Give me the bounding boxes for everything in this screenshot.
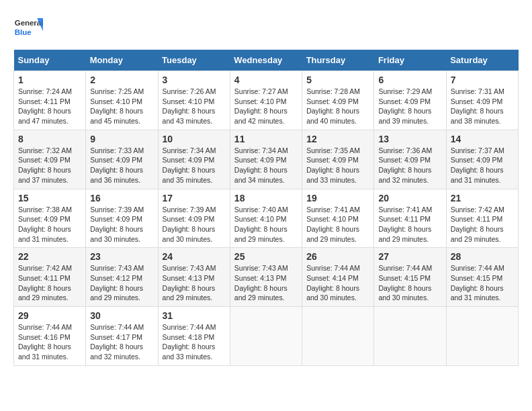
day-number: 27	[378, 251, 441, 262]
day-info: Sunrise: 7:43 AMSunset: 4:12 PMDaylight:…	[90, 263, 153, 303]
calendar-cell: 24Sunrise: 7:43 AMSunset: 4:13 PMDayligh…	[158, 248, 230, 307]
calendar-cell: 31Sunrise: 7:44 AMSunset: 4:18 PMDayligh…	[158, 307, 230, 366]
calendar-cell: 11Sunrise: 7:34 AMSunset: 4:09 PMDayligh…	[230, 130, 302, 189]
day-header-friday: Friday	[374, 50, 446, 71]
calendar-cell: 30Sunrise: 7:44 AMSunset: 4:17 PMDayligh…	[86, 307, 158, 366]
day-number: 16	[90, 193, 153, 203]
day-info: Sunrise: 7:29 AMSunset: 4:09 PMDaylight:…	[378, 87, 441, 126]
logo-graphic: General Blue	[13, 13, 43, 43]
calendar-cell: 26Sunrise: 7:44 AMSunset: 4:14 PMDayligh…	[302, 248, 374, 307]
day-info: Sunrise: 7:39 AMSunset: 4:09 PMDaylight:…	[90, 205, 153, 244]
day-number: 26	[306, 251, 369, 262]
day-info: Sunrise: 7:44 AMSunset: 4:15 PMDaylight:…	[378, 263, 441, 303]
calendar-cell: 16Sunrise: 7:39 AMSunset: 4:09 PMDayligh…	[86, 189, 158, 248]
day-number: 4	[234, 75, 298, 85]
calendar-cell: 19Sunrise: 7:41 AMSunset: 4:10 PMDayligh…	[302, 189, 374, 248]
calendar-week-3: 15Sunrise: 7:38 AMSunset: 4:09 PMDayligh…	[14, 189, 519, 248]
day-number: 30	[90, 310, 153, 321]
day-number: 19	[306, 193, 369, 203]
day-info: Sunrise: 7:35 AMSunset: 4:09 PMDaylight:…	[306, 146, 369, 185]
day-info: Sunrise: 7:34 AMSunset: 4:09 PMDaylight:…	[234, 146, 298, 185]
day-number: 29	[18, 310, 81, 321]
day-info: Sunrise: 7:44 AMSunset: 4:16 PMDaylight:…	[18, 322, 81, 362]
day-info: Sunrise: 7:44 AMSunset: 4:15 PMDaylight:…	[451, 263, 514, 303]
calendar-cell: 12Sunrise: 7:35 AMSunset: 4:09 PMDayligh…	[302, 130, 374, 189]
calendar-cell: 21Sunrise: 7:42 AMSunset: 4:11 PMDayligh…	[446, 189, 518, 248]
day-number: 18	[234, 193, 298, 203]
day-info: Sunrise: 7:27 AMSunset: 4:10 PMDaylight:…	[234, 87, 298, 126]
day-info: Sunrise: 7:43 AMSunset: 4:13 PMDaylight:…	[163, 263, 226, 303]
day-info: Sunrise: 7:44 AMSunset: 4:14 PMDaylight:…	[306, 263, 369, 303]
day-info: Sunrise: 7:44 AMSunset: 4:18 PMDaylight:…	[163, 322, 226, 362]
calendar-cell	[446, 307, 518, 366]
calendar-cell: 20Sunrise: 7:41 AMSunset: 4:11 PMDayligh…	[374, 189, 446, 248]
day-info: Sunrise: 7:38 AMSunset: 4:09 PMDaylight:…	[18, 205, 81, 244]
logo-svg: General Blue	[13, 13, 43, 43]
day-number: 1	[18, 75, 81, 85]
day-number: 10	[163, 134, 226, 144]
day-number: 25	[234, 251, 298, 262]
calendar-cell: 7Sunrise: 7:31 AMSunset: 4:09 PMDaylight…	[446, 71, 518, 130]
page-header: General Blue	[13, 13, 519, 43]
calendar-cell: 13Sunrise: 7:36 AMSunset: 4:09 PMDayligh…	[374, 130, 446, 189]
day-info: Sunrise: 7:42 AMSunset: 4:11 PMDaylight:…	[18, 263, 81, 303]
calendar-cell: 28Sunrise: 7:44 AMSunset: 4:15 PMDayligh…	[446, 248, 518, 307]
day-number: 17	[163, 193, 226, 203]
calendar-cell: 3Sunrise: 7:26 AMSunset: 4:10 PMDaylight…	[158, 71, 230, 130]
calendar-cell: 27Sunrise: 7:44 AMSunset: 4:15 PMDayligh…	[374, 248, 446, 307]
day-info: Sunrise: 7:42 AMSunset: 4:11 PMDaylight:…	[451, 205, 514, 244]
day-info: Sunrise: 7:24 AMSunset: 4:11 PMDaylight:…	[18, 87, 81, 126]
day-header-tuesday: Tuesday	[158, 50, 230, 71]
day-info: Sunrise: 7:26 AMSunset: 4:10 PMDaylight:…	[163, 87, 226, 126]
calendar-week-4: 22Sunrise: 7:42 AMSunset: 4:11 PMDayligh…	[14, 248, 519, 307]
day-number: 13	[378, 134, 441, 144]
day-number: 3	[163, 75, 226, 85]
day-number: 28	[451, 251, 514, 262]
day-info: Sunrise: 7:39 AMSunset: 4:09 PMDaylight:…	[163, 205, 226, 244]
calendar-cell: 9Sunrise: 7:33 AMSunset: 4:09 PMDaylight…	[86, 130, 158, 189]
day-info: Sunrise: 7:36 AMSunset: 4:09 PMDaylight:…	[378, 146, 441, 185]
day-number: 9	[90, 134, 153, 144]
calendar-week-2: 8Sunrise: 7:32 AMSunset: 4:09 PMDaylight…	[14, 130, 519, 189]
calendar-cell: 25Sunrise: 7:43 AMSunset: 4:13 PMDayligh…	[230, 248, 302, 307]
calendar-cell: 29Sunrise: 7:44 AMSunset: 4:16 PMDayligh…	[14, 307, 86, 366]
day-number: 24	[163, 251, 226, 262]
calendar-week-5: 29Sunrise: 7:44 AMSunset: 4:16 PMDayligh…	[14, 307, 519, 366]
day-info: Sunrise: 7:41 AMSunset: 4:10 PMDaylight:…	[306, 205, 369, 244]
calendar-cell: 22Sunrise: 7:42 AMSunset: 4:11 PMDayligh…	[14, 248, 86, 307]
day-info: Sunrise: 7:31 AMSunset: 4:09 PMDaylight:…	[451, 87, 514, 126]
calendar-cell: 4Sunrise: 7:27 AMSunset: 4:10 PMDaylight…	[230, 71, 302, 130]
calendar-cell: 6Sunrise: 7:29 AMSunset: 4:09 PMDaylight…	[374, 71, 446, 130]
calendar-cell: 17Sunrise: 7:39 AMSunset: 4:09 PMDayligh…	[158, 189, 230, 248]
day-header-saturday: Saturday	[446, 50, 518, 71]
day-header-sunday: Sunday	[14, 50, 86, 71]
calendar-cell: 15Sunrise: 7:38 AMSunset: 4:09 PMDayligh…	[14, 189, 86, 248]
svg-text:Blue: Blue	[15, 28, 32, 36]
day-number: 11	[234, 134, 298, 144]
calendar-cell: 5Sunrise: 7:28 AMSunset: 4:09 PMDaylight…	[302, 71, 374, 130]
logo: General Blue	[13, 13, 43, 43]
day-header-monday: Monday	[86, 50, 158, 71]
day-info: Sunrise: 7:37 AMSunset: 4:09 PMDaylight:…	[451, 146, 514, 185]
day-info: Sunrise: 7:34 AMSunset: 4:09 PMDaylight:…	[163, 146, 226, 185]
day-number: 6	[378, 75, 441, 85]
day-header-wednesday: Wednesday	[230, 50, 302, 71]
day-info: Sunrise: 7:25 AMSunset: 4:10 PMDaylight:…	[90, 87, 153, 126]
calendar-cell	[230, 307, 302, 366]
calendar-cell: 8Sunrise: 7:32 AMSunset: 4:09 PMDaylight…	[14, 130, 86, 189]
day-number: 2	[90, 75, 153, 85]
day-number: 31	[163, 310, 226, 321]
calendar-cell	[374, 307, 446, 366]
calendar-cell: 10Sunrise: 7:34 AMSunset: 4:09 PMDayligh…	[158, 130, 230, 189]
day-number: 8	[18, 134, 81, 144]
day-info: Sunrise: 7:40 AMSunset: 4:10 PMDaylight:…	[234, 205, 298, 244]
day-info: Sunrise: 7:33 AMSunset: 4:09 PMDaylight:…	[90, 146, 153, 185]
calendar-cell: 14Sunrise: 7:37 AMSunset: 4:09 PMDayligh…	[446, 130, 518, 189]
calendar-week-1: 1Sunrise: 7:24 AMSunset: 4:11 PMDaylight…	[14, 71, 519, 130]
day-number: 22	[18, 251, 81, 262]
day-number: 21	[451, 193, 514, 203]
calendar-cell: 2Sunrise: 7:25 AMSunset: 4:10 PMDaylight…	[86, 71, 158, 130]
day-number: 7	[451, 75, 514, 85]
calendar-cell: 18Sunrise: 7:40 AMSunset: 4:10 PMDayligh…	[230, 189, 302, 248]
day-info: Sunrise: 7:32 AMSunset: 4:09 PMDaylight:…	[18, 146, 81, 185]
